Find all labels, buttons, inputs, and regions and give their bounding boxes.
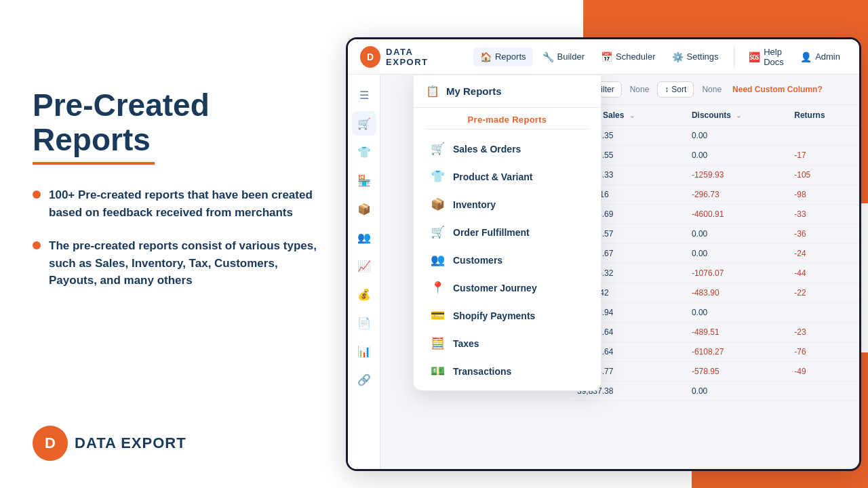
dropdown-item-customer-journey[interactable]: 📍 Customer Journey	[418, 274, 597, 302]
sidebar-icon-customers[interactable]: 👥	[352, 225, 376, 249]
table-header-row: Gross Sales ⌄ Discounts ⌄ Returns	[569, 105, 859, 126]
cell-returns-6: -24	[786, 244, 859, 264]
sidebar-icon-chart[interactable]: 📈	[352, 253, 376, 278]
bullet-dot-2	[33, 241, 41, 249]
sidebar-icon-link[interactable]: 🔗	[352, 367, 376, 392]
dropdown-item-product-variant[interactable]: 👕 Product & Variant	[418, 163, 597, 190]
cell-discounts-0: 0.00	[684, 126, 786, 146]
settings-icon: ⚙️	[672, 52, 684, 62]
table-row: 10,689.570.00-36	[569, 224, 859, 244]
product-variant-label: Product & Variant	[453, 171, 532, 182]
cell-returns-5: -36	[786, 224, 859, 244]
nav-label-settings: Settings	[687, 52, 719, 62]
gross-sales-sort-icon: ⌄	[629, 112, 635, 119]
nav-label-scheduler: Scheduler	[616, 52, 656, 62]
col-discounts[interactable]: Discounts ⌄	[684, 105, 786, 126]
bullet-text-2: The pre-created reports consist of vario…	[49, 237, 324, 289]
customers-icon: 👥	[430, 253, 445, 267]
sort-button[interactable]: ↕ Sort	[657, 81, 694, 98]
nav-item-settings[interactable]: ⚙️ Settings	[665, 47, 726, 66]
table-row: 38,154.77-578.95-49	[569, 362, 859, 382]
transactions-label: Transactions	[453, 366, 511, 377]
filter-bar: ▽ Filter None ↕ Sort None Need Custom Co…	[569, 75, 859, 105]
nav-label-builder: Builder	[557, 52, 585, 62]
table-row: 39,449.550.00-17	[569, 146, 859, 165]
sidebar-icon-store[interactable]: 🏪	[352, 168, 376, 192]
col-returns[interactable]: Returns	[786, 105, 859, 126]
dropdown-item-sales-orders[interactable]: 🛒 Sales & Orders	[418, 135, 597, 163]
table-row: 39,837.380.00	[569, 382, 859, 401]
table-row: 50,537.33-1259.93-105	[569, 165, 859, 185]
dropdown-item-taxes[interactable]: 🧮 Taxes	[418, 329, 597, 357]
cell-returns-7: -44	[786, 264, 859, 283]
taxes-icon: 🧮	[430, 336, 445, 350]
dropdown-menu: 📋 My Reports Pre-made Reports 🛒 Sales & …	[413, 75, 601, 391]
nav-item-reports[interactable]: 🏠 Reports	[473, 47, 533, 66]
table-row: 47,952.670.00-24	[569, 244, 859, 264]
cell-discounts-6: 0.00	[684, 244, 786, 264]
customer-journey-icon: 📍	[430, 281, 445, 295]
bottom-logo: D DATA EXPORT	[33, 426, 186, 461]
sidebar-icon-shirt[interactable]: 👕	[352, 140, 376, 164]
dropdown-item-inventory[interactable]: 📦 Inventory	[418, 190, 597, 218]
sidebar-icon-menu[interactable]: ☰	[352, 83, 376, 107]
bullet-dot-1	[33, 190, 41, 199]
table-row: 7,572.16-296.73-98	[569, 185, 859, 205]
cell-returns-9	[786, 303, 859, 323]
sidebar-icon-cart[interactable]: 🛒	[352, 111, 376, 136]
cell-returns-0	[786, 126, 859, 146]
table-container: Gross Sales ⌄ Discounts ⌄ Returns	[569, 105, 859, 467]
table-row: 17,284.350.00	[569, 126, 859, 146]
scheduler-icon: 📅	[601, 52, 612, 62]
custom-column-link[interactable]: Need Custom Column?	[732, 85, 823, 94]
sales-orders-label: Sales & Orders	[453, 144, 521, 155]
bullet-item-2: The pre-created reports consist of vario…	[33, 237, 324, 289]
cell-discounts-12: -578.95	[684, 362, 786, 382]
discounts-sort-icon: ⌄	[736, 112, 741, 119]
app-window: D DATA EXPORT 🏠 Reports 🔧 Builder 📅 Sche…	[346, 37, 861, 471]
col-discounts-label: Discounts	[692, 110, 731, 120]
cell-discounts-9: 0.00	[684, 303, 786, 323]
nav-label-help: Help Docs	[764, 47, 784, 67]
sort-none-badge: None	[699, 85, 724, 94]
inventory-label: Inventory	[453, 199, 496, 210]
taxes-label: Taxes	[453, 338, 479, 349]
cell-discounts-5: 0.00	[684, 224, 786, 244]
app-navbar: D DATA EXPORT 🏠 Reports 🔧 Builder 📅 Sche…	[348, 39, 859, 75]
logo-icon: D	[33, 426, 68, 461]
cell-returns-12: -49	[786, 362, 859, 382]
cell-returns-3: -98	[786, 185, 859, 205]
sidebar-icon-money[interactable]: 💰	[352, 282, 376, 306]
sidebar-icon-doc[interactable]: 📄	[352, 310, 376, 335]
dropdown-item-shopify-payments[interactable]: 💳 Shopify Payments	[418, 302, 597, 329]
cell-returns-8: -22	[786, 283, 859, 303]
dropdown-item-customers[interactable]: 👥 Customers	[418, 246, 597, 274]
shopify-payments-label: Shopify Payments	[453, 310, 535, 321]
table-body: 17,284.350.0039,449.550.00-1750,537.33-1…	[569, 126, 859, 401]
order-fulfillment-icon: 🛒	[430, 225, 445, 239]
data-table: Gross Sales ⌄ Discounts ⌄ Returns	[569, 105, 859, 401]
sidebar-icon-chart2[interactable]: 📊	[352, 339, 376, 363]
help-icon: 🆘	[749, 52, 760, 62]
app-logo-icon: D	[360, 46, 380, 68]
sidebar-icons: ☰ 🛒 👕 🏪 📦 👥 📈 💰 📄 📊 🔗	[348, 75, 380, 469]
table-row: 25,484.32-1076.07-44	[569, 264, 859, 283]
dropdown-item-order-fulfillment[interactable]: 🛒 Order Fulfillment	[418, 218, 597, 246]
table-row: 35,268.64-6108.27-76	[569, 342, 859, 362]
table-row: 5,910.42-483.90-22	[569, 283, 859, 303]
dropdown-item-transactions[interactable]: 💵 Transactions	[418, 357, 597, 385]
nav-item-scheduler[interactable]: 📅 Scheduler	[594, 47, 663, 66]
customer-journey-label: Customer Journey	[453, 283, 537, 293]
sidebar-icon-box[interactable]: 📦	[352, 197, 376, 221]
nav-items: 🏠 Reports 🔧 Builder 📅 Scheduler ⚙️ Setti…	[473, 43, 847, 71]
table-row: 50,754.69-4600.91-33	[569, 205, 859, 224]
nav-item-builder[interactable]: 🔧 Builder	[536, 47, 591, 66]
cell-discounts-4: -4600.91	[684, 205, 786, 224]
nav-item-help[interactable]: 🆘 Help Docs	[742, 43, 791, 71]
nav-item-admin[interactable]: 👤 Admin	[793, 47, 847, 66]
order-fulfillment-label: Order Fulfillment	[453, 227, 530, 238]
bullet-list: 100+ Pre-created reports that have been …	[33, 186, 324, 289]
dropdown-my-reports[interactable]: 📋 My Reports	[414, 75, 601, 108]
cell-returns-2: -105	[786, 165, 859, 185]
reports-icon: 🏠	[480, 52, 492, 62]
